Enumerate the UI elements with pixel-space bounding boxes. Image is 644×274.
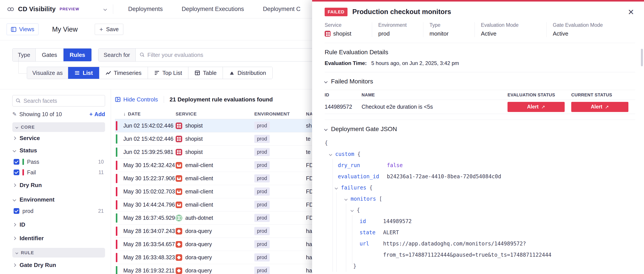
chevron-down-icon <box>324 127 328 131</box>
tab-deployment-gates[interactable]: Deployment C <box>263 6 300 12</box>
meta-environment: Environment prod <box>372 22 423 37</box>
env-tag[interactable]: prod <box>254 267 270 274</box>
visualize-list-button[interactable]: List <box>68 67 99 79</box>
env-tag[interactable]: prod <box>254 227 270 235</box>
facet-value-prod[interactable]: prod 21 <box>14 206 105 216</box>
status-badge: FAILED <box>325 8 348 16</box>
failed-monitors-section-header[interactable]: Failed Monitors <box>325 78 635 85</box>
gate-json-section-header[interactable]: Deployment Gate JSON <box>325 126 635 133</box>
facet-status[interactable]: Status <box>12 144 105 157</box>
env-tag[interactable]: prod <box>254 214 270 222</box>
chevron-down-icon[interactable] <box>335 186 338 189</box>
env-tag[interactable]: prod <box>254 240 270 248</box>
meta-type-label: Type <box>430 22 474 28</box>
status-bar <box>116 161 117 170</box>
column-header-date[interactable]: ↓ DATE <box>123 111 176 117</box>
chevron-down-icon[interactable] <box>344 197 348 201</box>
meta-evaluation-mode-label: Evaluation Mode <box>481 22 546 28</box>
distribution-icon <box>229 70 235 76</box>
checkbox-checked[interactable] <box>14 170 19 175</box>
monitor-name: Checkout e2e duration is <5s <box>362 104 508 110</box>
meta-service: Service shopist <box>325 22 372 37</box>
status-bar <box>116 213 117 223</box>
meta-service-label: Service <box>325 22 372 28</box>
visualize-distribution-button[interactable]: Distribution <box>223 67 272 79</box>
checkbox-checked[interactable] <box>14 159 19 165</box>
service-icon <box>176 162 182 169</box>
tab-deployments[interactable]: Deployments <box>128 6 163 12</box>
evaluation-time-value: 5 hours ago, on Jun 2, 2025, 3:42 pm <box>371 60 459 66</box>
column-header-environment[interactable]: ENVIRONMENT <box>254 111 306 117</box>
type-gates-button[interactable]: Gates <box>36 48 63 61</box>
evaluation-status-alert-button[interactable]: Alert ↗ <box>508 102 565 112</box>
service-name: dora-query <box>185 228 212 234</box>
json-line-object-open: { <box>325 205 635 216</box>
add-facet-button[interactable]: + Add <box>90 111 105 117</box>
env-tag[interactable]: prod <box>254 253 270 262</box>
json-line-id: id 144989572 <box>325 216 635 227</box>
panel-meta: Service shopist Environment prod Type mo… <box>325 22 635 37</box>
row-date: May 28 16:37:45.929 <box>123 215 176 221</box>
checkbox-checked[interactable] <box>14 208 19 214</box>
close-icon[interactable]: × <box>628 7 635 17</box>
chevron-down-icon[interactable] <box>329 153 332 156</box>
facet-value-count: 21 <box>98 208 105 214</box>
visualize-table-label: Table <box>203 70 216 76</box>
env-tag[interactable]: prod <box>254 188 270 196</box>
env-tag[interactable]: prod <box>254 148 270 156</box>
column-header-current-status: CURRENT STATUS <box>571 92 635 97</box>
chevron-right-icon <box>13 237 16 240</box>
current-status-alert-button[interactable]: Alert ↗ <box>571 102 628 112</box>
row-date: May 28 16:34:07.243 <box>123 228 176 234</box>
env-tag[interactable]: prod <box>254 161 270 169</box>
facet-gate-dry-run[interactable]: Gate Dry Run <box>12 259 105 271</box>
meta-environment-value[interactable]: prod <box>378 30 390 37</box>
save-button[interactable]: + Save <box>95 24 123 35</box>
chevron-down-icon[interactable] <box>104 7 107 11</box>
facet-group-rule[interactable]: RULE <box>12 248 105 258</box>
facet-identifier[interactable]: Identifier <box>12 232 105 244</box>
panel-scrollbar[interactable] <box>641 49 643 66</box>
toplist-icon <box>154 70 160 76</box>
facet-environment[interactable]: Environment <box>12 193 105 206</box>
failed-monitors-heading-label: Failed Monitors <box>331 78 373 85</box>
monitor-row[interactable]: 144989572 Checkout e2e duration is <5s A… <box>325 100 635 114</box>
visualize-table-button[interactable]: Table <box>188 67 223 79</box>
row-date: Jun 02 15:39:25.981 <box>123 149 176 155</box>
row-date: May 30 15:02:02.703 <box>123 188 176 195</box>
row-date: Jun 02 15:42:02.446 <box>123 122 176 129</box>
type-rules-button[interactable]: Rules <box>64 48 92 61</box>
plus-icon: + <box>90 111 93 117</box>
hide-controls-button[interactable]: Hide Controls <box>115 96 158 103</box>
env-tag[interactable]: prod <box>254 174 270 182</box>
meta-type: Type monitor <box>423 22 474 37</box>
tab-deployment-executions[interactable]: Deployment Executions <box>182 6 244 12</box>
meta-service-value[interactable]: shopist <box>333 30 351 37</box>
alert-label: Alert <box>591 104 602 110</box>
facet-id[interactable]: ID <box>12 219 105 231</box>
env-tag[interactable]: prod <box>254 201 270 209</box>
evaluation-time: Evaluation Time: 5 hours ago, on Jun 2, … <box>325 60 635 66</box>
fail-status-bar <box>22 169 24 175</box>
facet-search-input[interactable] <box>24 98 101 104</box>
cd-visibility-icon <box>6 5 14 13</box>
facet-value-pass[interactable]: Pass 10 <box>14 157 105 167</box>
facet-value-fail[interactable]: Fail 11 <box>14 167 105 178</box>
facet-service[interactable]: Service <box>12 132 105 144</box>
sort-desc-icon: ↓ <box>123 111 126 117</box>
product-switcher[interactable]: CD Visibility PREVIEW <box>6 5 106 13</box>
save-label: Save <box>106 26 119 32</box>
env-tag[interactable]: prod <box>254 135 270 143</box>
hide-controls-icon <box>115 97 121 102</box>
visualize-timeseries-button[interactable]: Timeseries <box>99 67 148 79</box>
chevron-down-icon[interactable] <box>350 209 354 212</box>
facet-dry-run[interactable]: Dry Run <box>12 179 105 191</box>
view-title: My View <box>52 25 78 33</box>
column-header-service[interactable]: SERVICE <box>176 111 254 117</box>
visualize-toplist-button[interactable]: Top List <box>148 67 188 79</box>
env-tag[interactable]: prod <box>254 122 270 130</box>
pencil-icon[interactable]: ✎ <box>12 111 17 117</box>
views-button[interactable]: Views <box>6 23 38 35</box>
facet-group-core[interactable]: CORE <box>12 122 105 132</box>
visualize-toplist-label: Top List <box>162 70 182 76</box>
